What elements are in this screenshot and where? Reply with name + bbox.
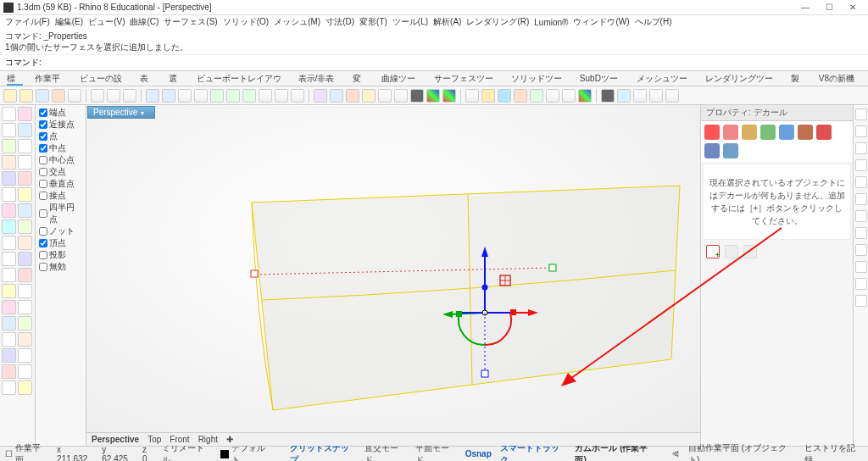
tool-icon[interactable] <box>2 219 16 234</box>
osnap-item[interactable]: 頂点 <box>39 237 82 249</box>
toolbar-icon[interactable] <box>562 89 576 103</box>
osnap-checkbox[interactable] <box>39 120 47 129</box>
toolbar-tab[interactable]: 変形 <box>353 73 369 86</box>
tool-icon[interactable] <box>2 316 16 330</box>
panel-category-icon[interactable] <box>742 125 757 140</box>
osnap-checkbox[interactable] <box>39 156 47 164</box>
viewport[interactable]: Perspective <box>86 105 700 446</box>
gumball-widget[interactable] <box>426 245 544 380</box>
side-tab-icon[interactable] <box>855 108 867 120</box>
toolbar-icon[interactable] <box>107 89 120 103</box>
tool-icon[interactable] <box>18 187 32 202</box>
toolbar-tab[interactable]: SubDツール <box>580 73 625 86</box>
tool-icon[interactable] <box>18 236 32 250</box>
toolbar-icon[interactable] <box>36 89 49 103</box>
osnap-checkbox[interactable] <box>39 132 47 141</box>
tool-icon[interactable] <box>2 187 16 202</box>
toolbar-tab[interactable]: 製図 <box>791 73 807 86</box>
toolbar-icon[interactable] <box>665 89 679 103</box>
menu-item[interactable]: 編集(E) <box>55 16 83 28</box>
tool-icon[interactable] <box>2 171 16 186</box>
osnap-item[interactable]: 接点 <box>39 190 82 202</box>
menu-item[interactable]: Lumion® <box>534 18 568 27</box>
tool-icon[interactable] <box>2 300 16 314</box>
tool-icon[interactable] <box>2 252 16 266</box>
toolbar-tab[interactable]: レンダリングツール <box>705 73 779 86</box>
toolbar-icon[interactable] <box>68 89 81 103</box>
panel-category-icon[interactable] <box>723 143 738 158</box>
tool-icon[interactable] <box>18 316 32 330</box>
menu-item[interactable]: 変形(T) <box>359 16 387 28</box>
toolbar-tab[interactable]: 作業平面 <box>35 73 67 86</box>
status-osnap[interactable]: Osnap <box>465 449 492 458</box>
toolbar-icon[interactable] <box>481 89 495 103</box>
osnap-item[interactable]: 無効 <box>39 261 82 273</box>
tool-icon[interactable] <box>18 252 32 266</box>
toolbar-icon[interactable] <box>275 89 288 103</box>
osnap-checkbox[interactable] <box>39 209 47 218</box>
toolbar-icon[interactable] <box>601 89 615 103</box>
toolbar-icon[interactable] <box>578 89 592 103</box>
toolbar-icon[interactable] <box>530 89 543 103</box>
menu-item[interactable]: 曲線(C) <box>130 16 159 28</box>
osnap-item[interactable]: 中点 <box>39 142 82 154</box>
panel-category-icon[interactable] <box>704 125 720 140</box>
toolbar-icon[interactable] <box>649 89 663 103</box>
tool-icon[interactable] <box>2 203 16 218</box>
side-tab-icon[interactable] <box>855 227 867 239</box>
command-line[interactable]: コマンド: <box>0 54 868 71</box>
toolbar-icon[interactable] <box>52 89 65 103</box>
osnap-checkbox[interactable] <box>39 180 47 188</box>
toolbar-icon[interactable] <box>3 89 17 103</box>
toolbar-icon[interactable] <box>91 89 104 103</box>
side-tab-icon[interactable] <box>855 210 867 222</box>
osnap-item[interactable]: 交点 <box>39 166 82 178</box>
menu-item[interactable]: ツール(L) <box>392 16 428 28</box>
toolbar-icon[interactable] <box>362 89 376 103</box>
tool-icon[interactable] <box>2 284 16 298</box>
menu-item[interactable]: ソリッド(O) <box>223 16 269 28</box>
panel-category-icon[interactable] <box>723 125 738 140</box>
side-tab-icon[interactable] <box>855 176 867 188</box>
osnap-checkbox[interactable] <box>39 263 47 271</box>
menu-item[interactable]: レンダリング(R) <box>466 16 529 28</box>
menu-item[interactable]: ウィンドウ(W) <box>573 16 629 28</box>
tool-icon[interactable] <box>18 348 32 363</box>
toolbar-icon[interactable] <box>465 89 479 103</box>
toolbar-icon[interactable] <box>498 89 511 103</box>
toolbar-icon[interactable] <box>123 89 136 103</box>
toolbar-tab[interactable]: 曲線ツール <box>381 73 422 86</box>
osnap-item[interactable]: 中心点 <box>39 154 82 166</box>
osnap-checkbox[interactable] <box>39 144 47 153</box>
viewport-title-tab[interactable]: Perspective <box>87 106 155 119</box>
toolbar-icon[interactable] <box>19 89 33 103</box>
viewport-bottom-tab[interactable]: Perspective <box>92 435 139 444</box>
menu-item[interactable]: 解析(A) <box>433 16 461 28</box>
viewport-bottom-tab[interactable]: Top <box>147 435 161 444</box>
toolbar-icon[interactable] <box>346 89 359 103</box>
add-decal-button[interactable] <box>706 245 720 258</box>
toolbar-icon[interactable] <box>378 89 392 103</box>
toolbar-icon[interactable] <box>194 89 208 103</box>
tool-icon[interactable] <box>2 380 16 395</box>
side-tab-icon[interactable] <box>855 295 867 307</box>
viewport-bottom-tab[interactable]: Front <box>170 435 189 444</box>
tool-icon[interactable] <box>18 123 32 137</box>
osnap-item[interactable]: 垂直点 <box>39 178 82 190</box>
toolbar-tab[interactable]: 表示/非表示 <box>298 73 342 86</box>
panel-category-icon[interactable] <box>760 125 776 140</box>
toolbar-icon[interactable] <box>162 89 175 103</box>
menu-item[interactable]: メッシュ(M) <box>274 16 320 28</box>
menu-item[interactable]: ヘルプ(H) <box>635 16 672 28</box>
side-tab-icon[interactable] <box>855 193 867 205</box>
tool-icon[interactable] <box>18 171 32 186</box>
osnap-item[interactable]: ノット <box>39 225 82 237</box>
menu-item[interactable]: 寸法(D) <box>326 16 354 28</box>
toolbar-tab[interactable]: V8の新機能 <box>819 73 861 86</box>
tool-icon[interactable] <box>2 107 16 121</box>
toolbar-icon[interactable] <box>314 89 327 103</box>
tool-icon[interactable] <box>2 139 16 153</box>
command-input[interactable] <box>45 57 863 69</box>
toolbar-tab[interactable]: 選択 <box>169 73 185 86</box>
tool-icon[interactable] <box>2 155 16 169</box>
